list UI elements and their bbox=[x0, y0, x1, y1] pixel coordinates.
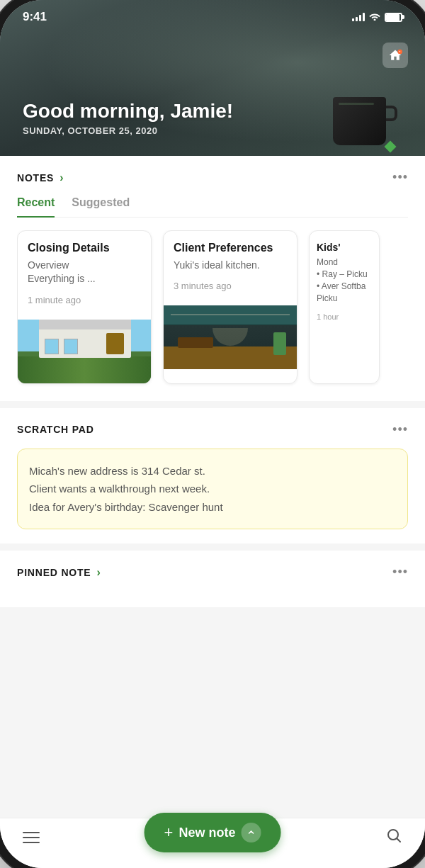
search-icon[interactable] bbox=[385, 827, 402, 848]
new-note-label: New note bbox=[178, 825, 235, 840]
scratch-line-1: Micah's new address is 314 Cedar st. bbox=[29, 465, 205, 477]
note-title-closing: Closing Details bbox=[28, 241, 141, 256]
tab-suggested[interactable]: Suggested bbox=[72, 196, 130, 218]
note-preview-client: Yuki's ideal kitchen. bbox=[174, 259, 287, 273]
bottom-bar: + New note bbox=[0, 818, 425, 868]
status-bar: 9:41 bbox=[0, 0, 425, 28]
status-time: 9:41 bbox=[23, 10, 47, 24]
notes-title: NOTES bbox=[17, 172, 54, 184]
status-icons bbox=[352, 12, 402, 23]
notes-title-row: NOTES › bbox=[17, 171, 64, 184]
new-note-button[interactable]: + New note bbox=[144, 813, 281, 852]
note-title-client: Client Preferences bbox=[174, 241, 287, 256]
scratch-pad-more-icon[interactable]: ••• bbox=[392, 422, 408, 437]
note-card-kids[interactable]: Kids' Mond • Ray – Picku • Aver Softba P… bbox=[309, 230, 380, 384]
note-time-client: 3 minutes ago bbox=[174, 281, 287, 291]
greeting: Good morning, Jamie! bbox=[23, 100, 233, 123]
note-image-kitchen bbox=[164, 305, 297, 369]
note-card-body-kids: Kids' Mond • Ray – Picku • Aver Softba P… bbox=[310, 231, 379, 338]
new-note-chevron-icon[interactable] bbox=[241, 823, 261, 842]
note-card-body: Closing Details Overview Everything is .… bbox=[18, 231, 151, 320]
note-image-house bbox=[18, 320, 151, 383]
wifi-icon bbox=[369, 12, 380, 23]
home-icon[interactable] bbox=[382, 43, 408, 68]
note-card-body-client: Client Preferences Yuki's ideal kitchen.… bbox=[164, 231, 297, 305]
note-time-kids: 1 hour bbox=[317, 312, 372, 321]
scratch-pad-header: SCRATCH PAD ••• bbox=[17, 422, 408, 437]
pinned-title-row: PINNED NOTE › bbox=[17, 566, 101, 579]
main-content: NOTES › ••• Recent Suggested Closing Det… bbox=[0, 156, 425, 818]
tab-recent[interactable]: Recent bbox=[17, 196, 55, 218]
scratch-line-3: Idea for Avery's birthday: Scavenger hun… bbox=[29, 501, 223, 513]
notes-header: NOTES › ••• bbox=[17, 170, 408, 185]
notes-scroll[interactable]: Closing Details Overview Everything is .… bbox=[17, 230, 408, 387]
scratch-pad-title: SCRATCH PAD bbox=[17, 424, 94, 435]
note-preview-kids: Mond • Ray – Picku • Aver Softba Picku bbox=[317, 257, 372, 304]
scratch-pad-content[interactable]: Micah's new address is 314 Cedar st. Cli… bbox=[17, 449, 408, 530]
signal-icon bbox=[352, 13, 365, 21]
date: SUNDAY, OCTOBER 25, 2020 bbox=[23, 125, 233, 136]
note-time-closing: 1 minute ago bbox=[28, 295, 141, 305]
pinned-note-header: PINNED NOTE › ••• bbox=[17, 565, 408, 580]
scratch-pad-section: SCRATCH PAD ••• Micah's new address is 3… bbox=[0, 408, 425, 544]
pinned-note-section: PINNED NOTE › ••• bbox=[0, 551, 425, 607]
battery-icon bbox=[385, 13, 402, 22]
phone-frame: 9:41 bbox=[0, 0, 425, 868]
hamburger-icon[interactable] bbox=[23, 832, 40, 843]
notes-tabs: Recent Suggested bbox=[17, 196, 408, 218]
hero-text: Good morning, Jamie! SUNDAY, OCTOBER 25,… bbox=[23, 100, 233, 136]
note-card-closing[interactable]: Closing Details Overview Everything is .… bbox=[17, 230, 152, 384]
new-note-plus-icon: + bbox=[164, 825, 174, 840]
pinned-note-more-icon[interactable]: ••• bbox=[392, 565, 408, 580]
notes-more-icon[interactable]: ••• bbox=[392, 170, 408, 185]
notes-arrow-icon[interactable]: › bbox=[60, 171, 63, 184]
note-title-kids: Kids' bbox=[317, 241, 372, 254]
notes-section: NOTES › ••• Recent Suggested Closing Det… bbox=[0, 156, 425, 401]
note-card-client[interactable]: Client Preferences Yuki's ideal kitchen.… bbox=[163, 230, 298, 384]
cup-decoration bbox=[333, 97, 386, 145]
scratch-line-2: Client wants a walkthrough next week. bbox=[29, 483, 210, 495]
note-preview-closing: Overview Everything is ... bbox=[28, 259, 141, 286]
pinned-note-title: PINNED NOTE bbox=[17, 567, 91, 578]
pinned-note-arrow-icon[interactable]: › bbox=[96, 566, 100, 579]
